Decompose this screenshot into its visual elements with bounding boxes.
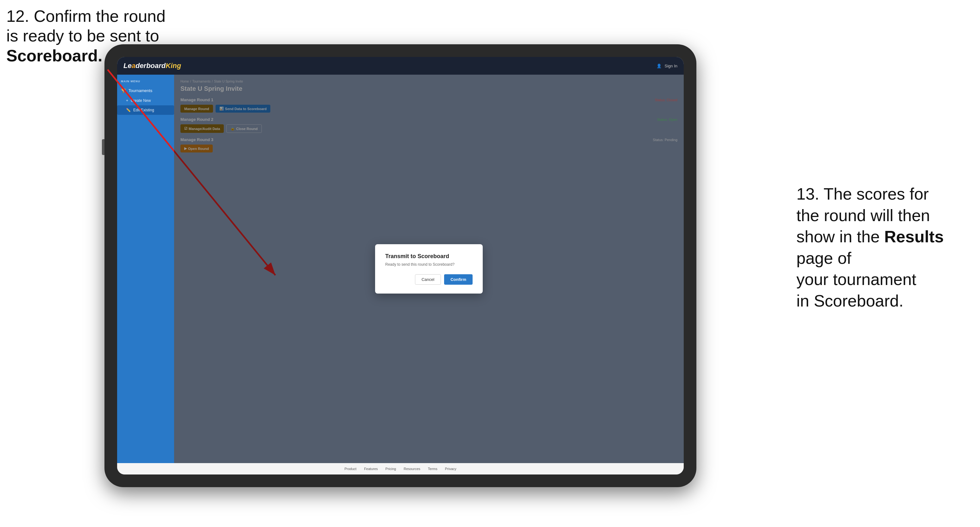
annotation-right-line5: your tournament (796, 270, 916, 289)
tablet-device: LeaderboardKing 👤 Sign In MAIN MENU 🏆 To… (105, 44, 696, 487)
annotation-right-line2: the round will then (796, 206, 930, 225)
sidebar-tournaments-label: Tournaments (129, 88, 152, 93)
footer-link-privacy[interactable]: Privacy (445, 467, 457, 471)
annotation-line2: is ready to be sent to (6, 27, 159, 45)
sidebar-menu-label: MAIN MENU (117, 80, 174, 86)
annotation-bottom-right: 13. The scores for the round will then s… (796, 184, 974, 312)
user-icon: 👤 (657, 63, 662, 68)
annotation-right-bold: Results (885, 227, 944, 246)
annotation-right-line3: show in the (796, 227, 880, 246)
plus-icon: + (126, 98, 128, 103)
footer-link-resources[interactable]: Resources (404, 467, 420, 471)
main-content: Home / Tournaments / State U Spring Invi… (174, 75, 684, 463)
app-container: LeaderboardKing 👤 Sign In MAIN MENU 🏆 To… (117, 57, 684, 475)
trophy-icon: 🏆 (121, 88, 126, 93)
annotation-line1: 12. Confirm the round (6, 7, 165, 25)
app-body: MAIN MENU 🏆 Tournaments + Create New ✏️ … (117, 75, 684, 463)
header-right: 👤 Sign In (657, 63, 678, 68)
footer-link-features[interactable]: Features (364, 467, 378, 471)
annotation-right-line1: 13. The scores for (796, 185, 929, 203)
annotation-right-line6: in Scoreboard. (796, 292, 904, 310)
modal-confirm-button[interactable]: Confirm (444, 274, 473, 285)
app-footer: Product Features Pricing Resources Terms… (117, 463, 684, 475)
edit-icon: ✏️ (126, 108, 131, 112)
sidebar-item-create-new[interactable]: + Create New (117, 96, 174, 105)
sign-in-button[interactable]: Sign In (665, 63, 678, 68)
modal-title: Transmit to Scoreboard (385, 253, 473, 260)
transmit-modal: Transmit to Scoreboard Ready to send thi… (375, 244, 483, 294)
annotation-top-left: 12. Confirm the round is ready to be sen… (6, 6, 165, 65)
modal-overlay: Transmit to Scoreboard Ready to send thi… (174, 75, 684, 463)
sidebar-edit-existing-label: Edit Existing (133, 108, 154, 112)
tablet-side-button (102, 139, 105, 155)
annotation-right-line4: page of (796, 249, 851, 267)
sidebar-item-tournaments[interactable]: 🏆 Tournaments (117, 86, 174, 96)
tablet-screen: LeaderboardKing 👤 Sign In MAIN MENU 🏆 To… (117, 57, 684, 475)
sidebar-item-edit-existing[interactable]: ✏️ Edit Existing (117, 105, 174, 115)
modal-actions: Cancel Confirm (385, 274, 473, 285)
footer-link-product[interactable]: Product (344, 467, 356, 471)
sidebar-create-new-label: Create New (131, 98, 151, 103)
footer-link-terms[interactable]: Terms (428, 467, 438, 471)
sidebar: MAIN MENU 🏆 Tournaments + Create New ✏️ … (117, 75, 174, 463)
modal-cancel-button[interactable]: Cancel (415, 274, 441, 285)
annotation-bold: Scoreboard. (6, 46, 102, 65)
footer-link-pricing[interactable]: Pricing (385, 467, 396, 471)
app-header: LeaderboardKing 👤 Sign In (117, 57, 684, 75)
modal-subtitle: Ready to send this round to Scoreboard? (385, 262, 473, 267)
